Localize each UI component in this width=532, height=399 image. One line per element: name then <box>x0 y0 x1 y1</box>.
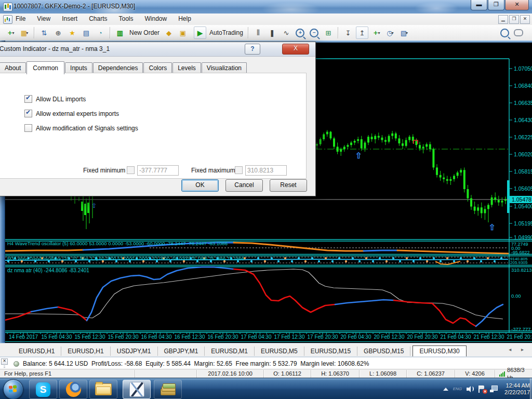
dialog-help-button[interactable]: ? <box>245 44 260 55</box>
oscillator-dot <box>358 260 361 262</box>
chart-tab-eurusd,m15[interactable]: EURUSD,M15 <box>304 347 357 356</box>
checkbox-1[interactable] <box>24 95 32 103</box>
candle-body <box>484 209 486 213</box>
fixed-minimum-label: Fixed minimum <box>83 167 125 174</box>
window-title: 10007807: GKFX-Demo-2 - [EURUSD,M30] <box>14 3 135 10</box>
start-button[interactable] <box>3 379 23 399</box>
action-center-icon[interactable]: ✕ <box>478 385 485 393</box>
menu-item-window[interactable]: Window <box>145 15 167 22</box>
taskbar-explorer-button[interactable] <box>89 380 117 399</box>
menu-item-tools[interactable]: Tools <box>119 15 134 22</box>
new-chart-button[interactable]: ＋▾ <box>4 26 17 39</box>
menu-item-file[interactable]: File <box>16 15 25 22</box>
show-desktop-button[interactable] <box>530 378 532 399</box>
oscillator-dot <box>331 260 334 262</box>
mdi-close-button[interactable]: ✕ <box>520 15 530 24</box>
taskbar-app-button[interactable] <box>154 380 182 399</box>
taskbar-clock[interactable]: 12:44 AM 2/22/2017 <box>504 382 530 396</box>
chat-icon[interactable] <box>512 26 525 39</box>
tray-expand-icon[interactable] <box>443 388 448 391</box>
menu-item-help[interactable]: Help <box>178 15 191 22</box>
chart-tab-eurusd,m1[interactable]: EURUSD,M1 <box>205 347 255 356</box>
dialog-tab-inputs[interactable]: Inputs <box>65 62 92 74</box>
terminal-drag-handle[interactable]: ✕ <box>1 358 7 369</box>
candle-chart-button[interactable]: ❚ <box>266 26 278 39</box>
fixed-maximum-checkbox[interactable] <box>235 166 243 174</box>
new-order-button[interactable]: New Order <box>128 29 161 36</box>
dialog-titlebar[interactable]: Custom Indicator - dz ma_atr - nma 3_1 <box>0 42 315 57</box>
autotrading-button[interactable]: AutoTrading <box>208 29 245 36</box>
search-icon[interactable] <box>498 26 511 39</box>
fixed-minimum-checkbox[interactable] <box>127 166 135 174</box>
candle-body <box>460 170 462 172</box>
zoom-out-button[interactable]: − <box>308 26 321 39</box>
dialog-tab-visualization[interactable]: Visualization <box>202 62 247 74</box>
oscillator-dot <box>372 260 374 262</box>
dialog-tab-about[interactable]: About <box>0 62 26 74</box>
checkbox-2[interactable] <box>24 110 32 117</box>
taskbar-skype-button[interactable]: S <box>29 380 57 399</box>
maximize-button[interactable]: ❐ <box>488 0 504 10</box>
network-icon[interactable] <box>490 385 498 392</box>
tray-language-indicator[interactable]: ENG <box>453 387 462 391</box>
checkbox-3[interactable] <box>24 124 32 132</box>
tab-scroll-arrows[interactable]: ◂ ▸ <box>509 347 528 352</box>
crosshair-button[interactable]: ⊕ <box>52 26 64 39</box>
minimize-button[interactable]: ▬ <box>471 0 487 10</box>
menu-item-insert[interactable]: Insert <box>62 15 77 22</box>
taskbar-metatrader-button[interactable] <box>123 380 151 399</box>
dialog-tab-levels[interactable]: Levels <box>172 62 201 74</box>
oscillator-dot <box>264 260 266 262</box>
mdi-minimize-button[interactable]: ▁ <box>498 15 508 24</box>
cancel-button[interactable]: Cancel <box>225 179 263 192</box>
mdi-restore-button[interactable]: ❐ <box>509 15 519 24</box>
line-chart-button[interactable]: ∿ <box>280 26 292 39</box>
market-button[interactable]: ▣ <box>177 26 189 39</box>
chart-tab-eurusd,m5[interactable]: EURUSD,M5 <box>255 347 304 356</box>
terminal-panel: ✕ Balance: 5 644.12 USD Profit/Loss: -58… <box>0 356 532 370</box>
favorites-button[interactable]: ★ <box>66 26 78 39</box>
mql-editor-button[interactable]: ◆ <box>163 26 175 39</box>
tile-windows-button[interactable]: ⊞ <box>322 26 335 39</box>
checkbox-label: Allow DLL imports <box>36 96 86 103</box>
close-button[interactable]: ✕ <box>505 0 529 10</box>
data-window-button[interactable]: ▤ <box>80 26 92 39</box>
dialog-tab-dependencies[interactable]: Dependencies <box>93 62 143 74</box>
firefox-icon <box>66 382 81 397</box>
market-watch-button[interactable]: ⇅ <box>38 26 50 39</box>
volume-icon[interactable] <box>467 386 474 392</box>
chart-tab-eurusd,h1[interactable]: EURUSD,H1 <box>12 347 61 356</box>
fixed-minimum-field[interactable] <box>137 165 179 176</box>
menu-item-view[interactable]: View <box>37 15 50 22</box>
chart-tab-usdjpy,m1[interactable]: USDJPY,M1 <box>111 347 158 356</box>
chart-tab-gbpusd,m15[interactable]: GBPUSD,M15 <box>357 347 410 356</box>
candle-body <box>432 149 434 167</box>
profiles-button[interactable]: ▦▾ <box>18 26 31 39</box>
chart-tab-active[interactable]: EURUSD,M30 <box>413 345 466 357</box>
auto-scroll-button[interactable]: ↧ <box>342 26 354 39</box>
strategy-tester-button[interactable]: ◔ <box>94 26 107 39</box>
new-order-icon[interactable]: ▥ <box>114 26 126 39</box>
chart-tab-eurusd,h1[interactable]: EURUSD,H1 <box>61 347 110 356</box>
dialog-close-button[interactable]: X <box>282 44 309 55</box>
chart-shift-button[interactable]: ↥ <box>356 26 368 39</box>
templates-button[interactable]: ▧▾ <box>398 26 410 39</box>
dialog-tab-common[interactable]: Common <box>26 61 64 74</box>
terminal-close-icon[interactable]: ✕ <box>1 358 8 365</box>
chart-menu-icon[interactable] <box>3 15 12 24</box>
menu-item-charts[interactable]: Charts <box>89 15 107 22</box>
periods-button[interactable]: ◷▾ <box>384 26 396 39</box>
autotrading-icon[interactable]: ▶ <box>194 26 206 39</box>
taskbar-firefox-button[interactable] <box>59 380 87 399</box>
oscillator-dot <box>250 260 252 262</box>
app-titlebar[interactable]: 10007807: GKFX-Demo-2 - [EURUSD,M30] ▬ ❐… <box>0 0 532 14</box>
fixed-maximum-field[interactable] <box>245 165 287 176</box>
zoom-in-button[interactable]: + <box>294 26 307 39</box>
chart-tab-gbpjpy,m1[interactable]: GBPJPY,M1 <box>158 347 205 356</box>
bar-chart-button[interactable]: ⫼ <box>252 26 264 39</box>
indicators-button[interactable]: ＋▾ <box>370 26 382 39</box>
ok-button[interactable]: OK <box>181 179 219 192</box>
dialog-tab-colors[interactable]: Colors <box>143 62 172 74</box>
candle-body <box>429 144 431 150</box>
reset-button[interactable]: Reset <box>270 179 307 192</box>
